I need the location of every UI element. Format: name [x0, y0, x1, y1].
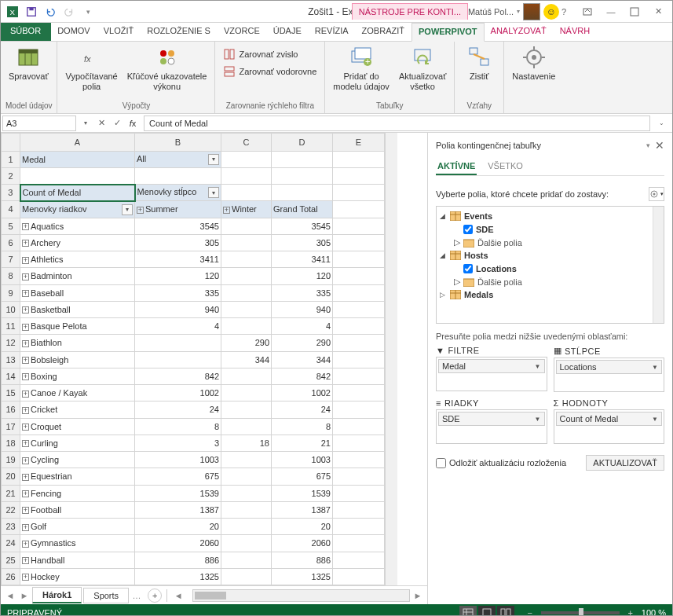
rows-drop-area[interactable]: SDE▼	[436, 409, 547, 444]
row-header[interactable]: 13	[2, 351, 20, 368]
zoom-out-button[interactable]: −	[524, 607, 536, 616]
cell[interactable]: 2060	[272, 535, 333, 552]
cell[interactable]	[333, 535, 385, 552]
row-header[interactable]: 24	[2, 535, 20, 552]
pivot-row-label[interactable]: +Canoe / Kayak	[20, 385, 135, 402]
cell[interactable]	[135, 335, 221, 351]
qat-dropdown-icon[interactable]: ▾	[79, 3, 97, 20]
cell[interactable]	[333, 234, 385, 251]
expand-icon[interactable]: +	[22, 424, 29, 431]
cell[interactable]	[221, 468, 272, 485]
page-field[interactable]: Medal	[20, 151, 135, 167]
expand-tri-icon[interactable]: ◢	[440, 212, 447, 220]
cell[interactable]: 842	[272, 368, 333, 384]
pivot-row-label[interactable]: +Basque Pelota	[20, 318, 135, 335]
row-header[interactable]: 26	[2, 568, 20, 585]
user-name-label[interactable]: Matúš Pol...	[468, 7, 514, 16]
expand-icon[interactable]: +	[137, 207, 144, 214]
cancel-formula-icon[interactable]: ✕	[93, 116, 109, 131]
pivot-row-label[interactable]: +Bobsleigh	[20, 351, 135, 368]
chevron-down-icon[interactable]: ▼	[652, 416, 658, 423]
sheet-tab[interactable]: Sports	[83, 588, 129, 603]
undo-icon[interactable]	[42, 3, 59, 20]
cell[interactable]: 4	[272, 318, 333, 335]
cell[interactable]: 290	[272, 335, 333, 351]
cell[interactable]: 344	[272, 351, 333, 368]
tab-insert[interactable]: VLOŽIŤ	[97, 23, 141, 41]
pivot-row-label[interactable]: +Cycling	[20, 452, 135, 468]
tab-view[interactable]: ZOBRAZIŤ	[356, 23, 411, 41]
pivot-row-label[interactable]: +Croquet	[20, 418, 135, 434]
cell[interactable]	[333, 568, 385, 585]
cell[interactable]	[333, 385, 385, 402]
expand-icon[interactable]: +	[22, 474, 29, 481]
refresh-all-button[interactable]: Aktualizovať všetko	[396, 43, 449, 94]
expand-tri-icon[interactable]: ▷	[454, 277, 460, 287]
expand-icon[interactable]: +	[22, 340, 29, 347]
cell[interactable]: 1002	[272, 385, 333, 402]
cell[interactable]	[221, 501, 272, 518]
expand-icon[interactable]: +	[22, 557, 29, 564]
cell[interactable]: 24	[272, 402, 333, 418]
calculated-fields-button[interactable]: fx Vypočítavané polia	[62, 43, 120, 94]
row-header[interactable]: 8	[2, 268, 20, 284]
cell[interactable]: 1539	[135, 485, 221, 501]
cell[interactable]: 1002	[135, 385, 221, 402]
chevron-down-icon[interactable]: ▼	[535, 416, 541, 423]
cell[interactable]: 305	[272, 234, 333, 251]
row-header[interactable]: 21	[2, 485, 20, 501]
expand-icon[interactable]: +	[22, 524, 29, 531]
values-drop-area[interactable]: Count of Medal▼	[554, 409, 665, 444]
cell[interactable]: 8	[135, 418, 221, 434]
pivot-row-label[interactable]: +Gymnastics	[20, 535, 135, 552]
page-filter-dropdown-icon[interactable]: ▾	[208, 154, 219, 165]
cell[interactable]: 305	[135, 234, 221, 251]
tab-active-fields[interactable]: AKTÍVNE	[436, 158, 477, 175]
cell[interactable]: 3545	[272, 218, 333, 234]
row-labels-dropdown-icon[interactable]: ▾	[122, 204, 133, 215]
cell[interactable]	[333, 434, 385, 451]
cell[interactable]	[333, 402, 385, 418]
cell[interactable]	[221, 568, 272, 585]
cell[interactable]: 3411	[272, 251, 333, 268]
cell[interactable]: 21	[272, 434, 333, 451]
fx-icon[interactable]: fx	[125, 116, 141, 131]
cell[interactable]	[333, 552, 385, 568]
add-to-model-button[interactable]: + Pridať do modelu údajov	[330, 43, 393, 94]
field-table[interactable]: ▷Medals	[440, 288, 660, 301]
col-header-b[interactable]: B	[135, 134, 221, 152]
cell[interactable]: 344	[221, 351, 272, 368]
settings-button[interactable]: Nastavenie	[509, 43, 558, 83]
maximize-icon[interactable]	[624, 3, 646, 20]
pivot-row-label[interactable]: +Baseball	[20, 284, 135, 301]
row-header[interactable]: 23	[2, 519, 20, 535]
pivot-row-label[interactable]: +Biathlon	[20, 335, 135, 351]
more-fields[interactable]: ▷Ďalšie polia	[440, 236, 660, 249]
redo-icon[interactable]	[60, 3, 78, 20]
update-button[interactable]: AKTUALIZOVAŤ	[586, 455, 664, 471]
col-header-d[interactable]: D	[272, 134, 333, 152]
cell[interactable]	[135, 351, 221, 368]
row-header[interactable]: 19	[2, 452, 20, 468]
add-sheet-button[interactable]: +	[148, 588, 162, 603]
cell[interactable]	[333, 501, 385, 518]
tab-design[interactable]: NÁVRH	[554, 23, 598, 41]
pivot-row-label[interactable]: +Aquatics	[20, 218, 135, 234]
cell[interactable]	[221, 519, 272, 535]
cell[interactable]	[221, 284, 272, 301]
col-summer[interactable]: +Summer	[135, 201, 221, 218]
cell[interactable]: 842	[135, 368, 221, 384]
cell[interactable]	[333, 318, 385, 335]
row-header[interactable]: 12	[2, 335, 20, 351]
expand-icon[interactable]: +	[22, 574, 29, 581]
area-item[interactable]: Locations▼	[556, 360, 663, 374]
active-cell[interactable]: Count of Medal	[20, 185, 135, 201]
hscroll-right-icon[interactable]: ►	[411, 589, 424, 602]
align-vertical-button[interactable]: Zarovnať zvislo	[220, 46, 301, 62]
cell[interactable]	[221, 485, 272, 501]
user-avatar[interactable]	[523, 3, 540, 20]
detect-button[interactable]: Zistiť	[459, 43, 499, 83]
close-pane-icon[interactable]: ✕	[655, 139, 664, 152]
cell[interactable]: 1387	[135, 501, 221, 518]
excel-icon[interactable]: X	[4, 3, 21, 20]
